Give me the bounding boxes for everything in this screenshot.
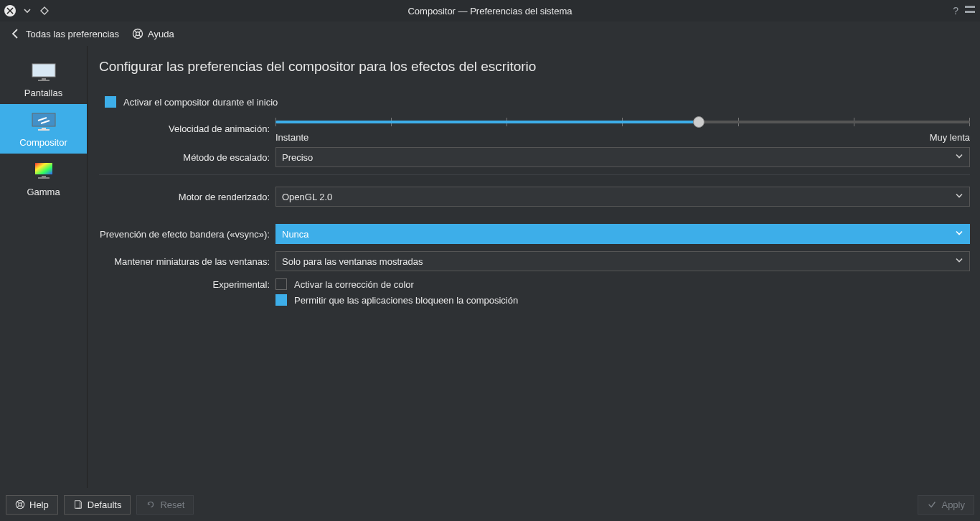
defaults-button-label: Defaults	[88, 499, 122, 510]
sidebar-item-gamma[interactable]: Gamma	[0, 154, 87, 203]
svg-rect-8	[42, 128, 46, 129]
apply-button-label: Apply	[941, 499, 965, 510]
compositor-icon	[27, 110, 61, 134]
window-title: Compositor — Preferencias del sistema	[0, 6, 980, 17]
chevron-down-icon	[955, 192, 963, 202]
menu-titlebar-icon[interactable]	[964, 5, 976, 17]
svg-point-14	[19, 503, 22, 506]
scale-method-select[interactable]: Preciso	[275, 147, 970, 167]
vsync-select[interactable]: Nunca	[275, 224, 970, 244]
titlebar-right: ?	[953, 5, 976, 17]
chevron-down-icon	[955, 152, 963, 163]
back-all-preferences[interactable]: Todas las preferencias	[10, 28, 119, 39]
lifebuoy-icon	[132, 28, 143, 39]
chevron-left-icon	[10, 28, 22, 39]
toolbar-help-label: Ayuda	[148, 29, 174, 39]
svg-rect-12	[38, 177, 50, 179]
svg-rect-15	[75, 501, 80, 509]
window-controls	[4, 5, 50, 17]
vsync-label: Prevención de efecto bandera («vsync»):	[99, 229, 275, 240]
display-icon	[27, 60, 61, 85]
document-icon	[73, 499, 83, 510]
page-title: Configurar las preferencias del composit…	[99, 59, 974, 75]
allow-block-checkbox[interactable]: Permitir que las aplicaciones bloqueen l…	[275, 294, 970, 306]
svg-rect-9	[38, 129, 50, 131]
checkbox-box-icon	[275, 278, 287, 290]
svg-rect-7	[32, 113, 55, 126]
svg-rect-1	[965, 11, 975, 13]
titlebar: Compositor — Preferencias del sistema ?	[0, 0, 980, 22]
sidebar-item-label: Pantallas	[24, 88, 62, 98]
animation-speed-label: Velocidad de animación:	[99, 123, 275, 134]
enable-compositor-label: Activar el compositor durante el inicio	[123, 97, 278, 108]
rendering-backend-value: OpenGL 2.0	[282, 192, 332, 202]
sidebar-item-compositor[interactable]: Compositor	[0, 104, 87, 154]
lifebuoy-icon	[15, 499, 25, 510]
back-label: Todas las preferencias	[26, 29, 119, 39]
sidebar-item-label: Compositor	[19, 137, 67, 148]
close-icon[interactable]	[4, 5, 16, 17]
apply-button[interactable]: Apply	[918, 495, 974, 515]
svg-rect-5	[42, 78, 46, 80]
sidebar: Pantallas Compositor Gamma	[0, 46, 88, 488]
gamma-icon	[27, 159, 61, 184]
keep-thumbnails-value: Solo para las ventanas mostradas	[282, 256, 423, 267]
slider-left-label: Instante	[275, 132, 308, 143]
svg-rect-6	[38, 80, 50, 81]
keep-thumbnails-label: Mantener miniaturas de las ventanas:	[99, 256, 275, 267]
checkbox-box-icon	[275, 294, 287, 306]
color-correction-label: Activar la corrección de color	[294, 279, 414, 290]
reset-button-label: Reset	[160, 499, 184, 510]
help-titlebar-icon[interactable]: ?	[953, 5, 958, 17]
svg-rect-10	[35, 163, 52, 174]
animation-speed-slider[interactable]	[275, 115, 970, 129]
svg-rect-0	[965, 6, 975, 8]
checkbox-box-icon	[105, 96, 116, 108]
scale-method-label: Método de escalado:	[99, 152, 275, 163]
rendering-backend-select[interactable]: OpenGL 2.0	[275, 187, 970, 207]
separator	[99, 174, 970, 175]
defaults-button[interactable]: Defaults	[64, 495, 131, 515]
scale-method-value: Preciso	[282, 152, 313, 163]
svg-point-3	[136, 32, 140, 36]
footer: Help Defaults Reset Apply	[0, 488, 980, 521]
sidebar-item-label: Gamma	[27, 187, 60, 197]
enable-compositor-checkbox[interactable]: Activar el compositor durante el inicio	[105, 96, 970, 108]
main-panel: Configurar las preferencias del composit…	[88, 46, 980, 488]
slider-thumb[interactable]	[693, 116, 705, 128]
experimental-label: Experimental:	[99, 279, 275, 290]
reset-button[interactable]: Reset	[136, 495, 194, 515]
undo-icon	[146, 499, 156, 510]
vsync-value: Nunca	[282, 229, 309, 240]
chevron-down-icon	[955, 256, 963, 267]
check-icon	[927, 499, 937, 510]
maximize-icon[interactable]	[39, 5, 50, 17]
toolbar: Todas las preferencias Ayuda	[0, 22, 980, 46]
keep-thumbnails-select[interactable]: Solo para las ventanas mostradas	[275, 251, 970, 271]
color-correction-checkbox[interactable]: Activar la corrección de color	[275, 278, 970, 290]
minimize-icon[interactable]	[22, 5, 33, 17]
svg-rect-11	[42, 176, 46, 177]
slider-right-label: Muy lenta	[930, 132, 970, 143]
help-button-label: Help	[29, 499, 49, 510]
allow-block-label: Permitir que las aplicaciones bloqueen l…	[294, 295, 518, 306]
chevron-down-icon	[955, 229, 963, 240]
sidebar-item-pantallas[interactable]: Pantallas	[0, 55, 87, 104]
help-button[interactable]: Help	[6, 495, 58, 515]
svg-rect-4	[32, 64, 55, 77]
toolbar-help[interactable]: Ayuda	[132, 28, 174, 39]
rendering-backend-label: Motor de renderizado:	[99, 192, 275, 202]
